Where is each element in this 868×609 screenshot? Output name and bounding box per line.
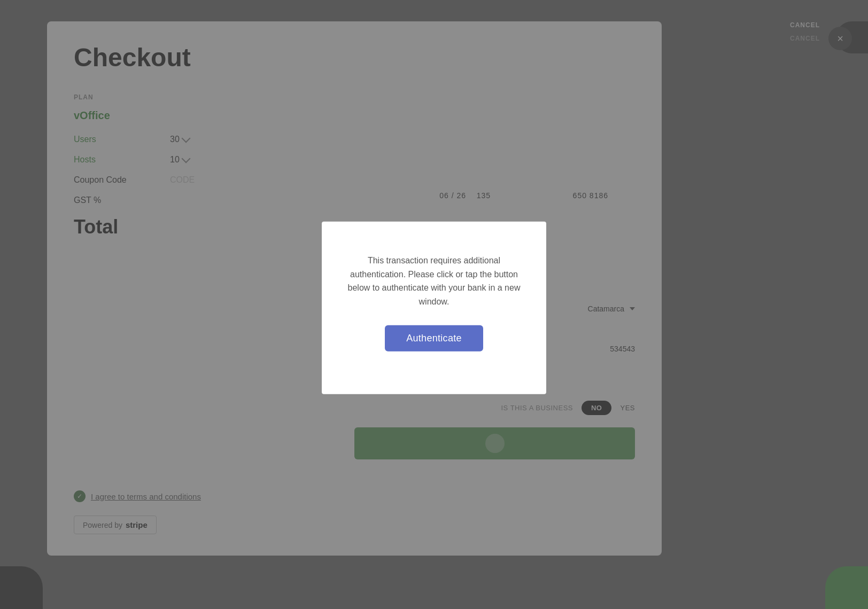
modal-message: This transaction requires additional aut… bbox=[343, 254, 525, 308]
auth-modal: This transaction requires additional aut… bbox=[322, 222, 546, 394]
modal-cancel-button[interactable]: CANCEL bbox=[790, 21, 820, 29]
authenticate-button[interactable]: Authenticate bbox=[385, 325, 483, 352]
